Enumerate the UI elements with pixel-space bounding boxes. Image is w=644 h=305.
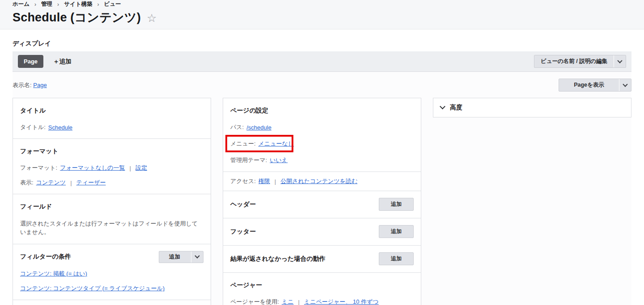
breadcrumb-structure[interactable]: サイト構築	[64, 0, 92, 8]
path-link[interactable]: /schedule	[246, 124, 271, 131]
section-access: アクセス: 権限 | 公開されたコンテンツを読む	[223, 171, 421, 191]
filters-add-label[interactable]: 追加	[159, 251, 191, 263]
breadcrumb-views[interactable]: ビュー	[104, 0, 121, 8]
show-content-link[interactable]: コンテンツ	[36, 179, 66, 187]
section-sort: 並び替え基準 追加 コンテンツ: 投稿日時 (昇順)	[13, 300, 211, 305]
format-style-link[interactable]: フォーマットなしの一覧	[60, 164, 125, 172]
section-footer-heading: フッター	[230, 228, 256, 236]
breadcrumb: ホーム › 管理 › サイト構築 › ビュー	[13, 0, 631, 8]
title-value-link[interactable]: Schedule	[48, 124, 72, 131]
section-fields-heading: フィールド	[20, 203, 52, 211]
chevron-down-icon	[440, 104, 445, 109]
section-title: タイトル タイトル: Schedule	[13, 98, 211, 138]
section-format-heading: フォーマット	[20, 147, 59, 155]
advanced-toggle[interactable]: 高度	[433, 98, 631, 117]
column-middle: ページの設定 パス: /schedule メニュー: メニューなし 管理用テーマ…	[223, 98, 421, 305]
advanced-heading: 高度	[450, 104, 462, 112]
section-header-area: ヘッダー 追加	[223, 191, 421, 218]
edit-view-name-label[interactable]: ビューの名前 / 説明の編集	[534, 55, 614, 67]
filters-add-dropbutton[interactable]: 追加	[159, 251, 203, 263]
display-tab-page[interactable]: Page	[18, 55, 43, 68]
pager-items-link[interactable]: ミニページャー、 10 件ずつ	[304, 298, 379, 305]
show-teaser-link[interactable]: ティーザー	[76, 179, 106, 187]
footer-add-button[interactable]: 追加	[379, 225, 414, 238]
section-footer-area: フッター 追加	[223, 218, 421, 245]
filter-published-link[interactable]: コンテンツ: 掲載 (= はい)	[20, 270, 87, 278]
breadcrumb-home[interactable]: ホーム	[13, 0, 30, 8]
header-add-button[interactable]: 追加	[379, 198, 414, 211]
pager-mini-link[interactable]: ミニ	[282, 298, 294, 305]
column-left: タイトル タイトル: Schedule フォーマット フォーマット: フォーマッ…	[13, 98, 211, 305]
admin-theme-link[interactable]: いいえ	[270, 156, 288, 164]
column-right: 高度	[433, 98, 631, 117]
view-page-dropdown-toggle[interactable]	[619, 79, 631, 91]
format-settings-link[interactable]: 設定	[136, 164, 147, 172]
chevron-down-icon	[623, 82, 627, 87]
pipe-separator: |	[275, 178, 276, 185]
access-permission-link[interactable]: 権限	[258, 177, 270, 185]
pipe-separator: |	[70, 180, 72, 186]
section-format: フォーマット フォーマット: フォーマットなしの一覧 | 設定 表示: コンテン…	[13, 138, 211, 194]
breadcrumb-separator: ›	[97, 1, 99, 8]
filters-add-dropdown-toggle[interactable]	[191, 251, 203, 263]
show-label: 表示:	[20, 179, 34, 187]
admin-theme-label: 管理用テーマ:	[230, 156, 267, 164]
section-title-heading: タイトル	[20, 107, 46, 115]
access-label: アクセス:	[230, 177, 256, 185]
edit-view-name-dropdown-toggle[interactable]	[614, 55, 626, 67]
pipe-separator: |	[130, 165, 131, 171]
section-pager: ページャー ページャーを使用: ミニ | ミニページャー、 10 件ずつ 続きへ…	[223, 272, 421, 305]
view-page-dropbutton[interactable]: Pageを表示	[559, 79, 631, 92]
display-name-link[interactable]: Page	[33, 82, 47, 88]
displays-section-label: ディスプレイ	[13, 40, 631, 48]
add-display-button[interactable]: ＋追加	[53, 58, 72, 66]
page-title: Schedule (コンテンツ)	[13, 9, 141, 25]
breadcrumb-admin[interactable]: 管理	[41, 0, 52, 8]
section-no-results-heading: 結果が返されなかった場合の動作	[230, 255, 326, 263]
access-view-published-link[interactable]: 公開されたコンテンツを読む	[280, 177, 357, 185]
section-page-settings: ページの設定 パス: /schedule メニュー: メニューなし 管理用テーマ…	[223, 98, 421, 171]
breadcrumb-separator: ›	[34, 1, 36, 8]
section-header-heading: ヘッダー	[230, 201, 256, 209]
pipe-separator: |	[298, 299, 299, 305]
menu-link[interactable]: メニューなし	[258, 140, 294, 148]
section-pager-heading: ページャー	[230, 281, 262, 289]
format-label: フォーマット:	[20, 164, 57, 172]
view-page-label[interactable]: Pageを表示	[559, 79, 619, 91]
section-filters-heading: フィルターの条件	[20, 253, 71, 261]
filter-content-type-link[interactable]: コンテンツ: コンテンツタイプ (= ライブスケジュール)	[20, 284, 165, 292]
pager-use-label: ページャーを使用:	[230, 298, 279, 305]
menu-label: メニュー:	[230, 140, 256, 148]
section-filters: フィルターの条件 追加 コンテンツ: 掲載 (= はい) コンテンツ: コンテン…	[13, 244, 211, 300]
no-results-add-button[interactable]: 追加	[379, 252, 414, 265]
edit-view-name-dropbutton[interactable]: ビューの名前 / 説明の編集	[534, 55, 626, 68]
section-fields: フィールド 選択されたスタイルまたは行フォーマットはフィールドを使用していません…	[13, 194, 211, 244]
favorite-star-icon[interactable]: ☆	[147, 13, 157, 24]
breadcrumb-separator: ›	[57, 1, 59, 8]
fields-empty-text: 選択されたスタイルまたは行フォーマットはフィールドを使用していません。	[20, 220, 203, 237]
chevron-down-icon	[617, 58, 622, 63]
display-name-label: 表示名:	[13, 82, 32, 88]
title-label: タイトル:	[20, 123, 46, 131]
section-page-settings-heading: ページの設定	[230, 107, 268, 115]
chevron-down-icon	[195, 254, 199, 259]
page-header: ホーム › 管理 › サイト構築 › ビュー Schedule (コンテンツ) …	[0, 0, 644, 29]
path-label: パス:	[230, 123, 244, 131]
displays-toolbar: Page ＋追加 ビューの名前 / 説明の編集	[13, 51, 631, 72]
section-no-results: 結果が返されなかった場合の動作 追加	[223, 245, 421, 272]
